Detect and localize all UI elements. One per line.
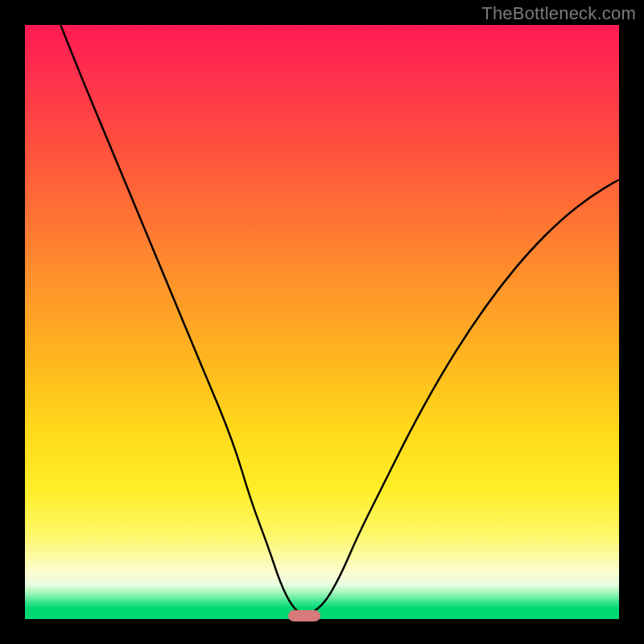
watermark-text: TheBottleneck.com <box>481 3 636 24</box>
chart-frame: TheBottleneck.com <box>0 0 644 644</box>
plot-area <box>25 25 619 619</box>
bottleneck-curve <box>25 25 619 619</box>
optimum-marker <box>288 610 320 621</box>
